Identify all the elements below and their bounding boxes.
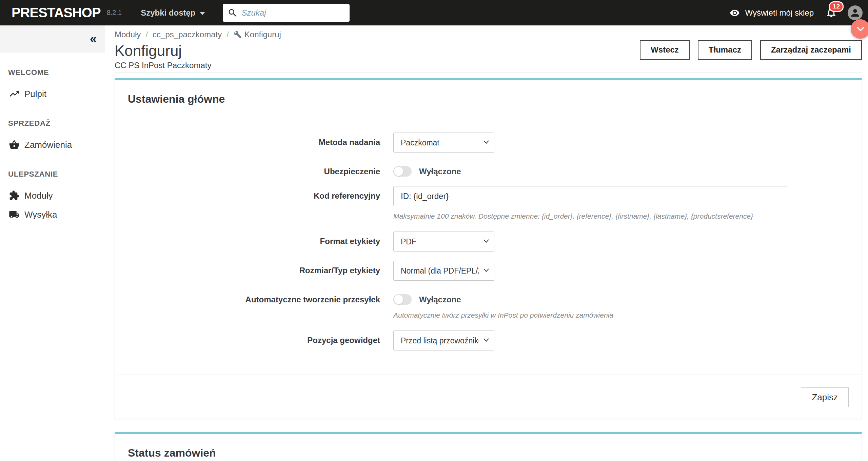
form-row-kod-referencyjny: Kod referencyjny Maksymalnie 100 znaków.…: [115, 186, 862, 221]
view-shop-link[interactable]: Wyświetl mój sklep: [728, 8, 814, 18]
section-title: ULEPSZANIE: [0, 170, 105, 179]
person-icon: [849, 7, 861, 19]
content-area: Moduły / cc_ps_paczkomaty / Konfiguruj K…: [105, 25, 868, 461]
breadcrumb-moduly[interactable]: Moduły: [115, 30, 141, 39]
ubezpieczenie-toggle[interactable]: [393, 166, 412, 177]
rozmiar-typ-select-wrap: Normal (dla PDF/EPL/ZPL): [393, 261, 494, 281]
field-label: Format etykiety: [115, 232, 393, 246]
form-row-ubezpieczenie: Ubezpieczenie Wyłączone: [115, 166, 862, 177]
prestashop-logo[interactable]: PRESTASHOP: [12, 5, 101, 20]
sidebar-item-label: Pulpit: [24, 89, 46, 99]
form-row-pozycja-geowidget: Pozycja geowidget Przed listą przewoźnik…: [115, 330, 862, 350]
format-etykiety-select-wrap: PDF: [393, 232, 494, 252]
sidebar-collapse-bar: «: [0, 25, 105, 53]
breadcrumb-separator: /: [145, 30, 148, 39]
section-title: WELCOME: [0, 68, 105, 77]
sidebar-section-sprzedaz: SPRZEDAŻ Zamówienia: [0, 119, 105, 154]
chevron-down-icon: [856, 26, 865, 32]
field-label: Rozmiar/Typ etykiety: [115, 261, 393, 276]
view-shop-label: Wyświetl mój sklep: [745, 8, 814, 18]
sidebar-item-label: Zamówienia: [24, 140, 72, 150]
format-etykiety-select[interactable]: PDF: [393, 232, 494, 252]
form-row-format-etykiety: Format etykiety PDF: [115, 232, 862, 252]
pozycja-geowidget-select[interactable]: Przed listą przewoźników: [393, 330, 494, 350]
breadcrumb-separator: /: [226, 30, 229, 39]
sidebar-item-moduly[interactable]: Moduły: [0, 186, 105, 205]
toggle-knob: [394, 166, 403, 176]
search-input[interactable]: [242, 8, 340, 18]
search-icon: [228, 8, 238, 18]
sidebar-section-ulepszanie: ULEPSZANIE Moduły Wysyłka: [0, 170, 105, 224]
wrench-icon: [234, 31, 242, 39]
announcements-fab[interactable]: [851, 19, 868, 39]
version-label: 8.2.1: [107, 9, 122, 17]
form-row-rozmiar-typ: Rozmiar/Typ etykiety Normal (dla PDF/EPL…: [115, 261, 862, 281]
avatar[interactable]: [848, 5, 863, 20]
eye-icon: [728, 8, 741, 18]
panel-title: Status zamówień: [128, 446, 862, 460]
sidebar-item-label: Moduły: [24, 191, 53, 201]
back-button[interactable]: Wstecz: [640, 40, 690, 60]
field-label: Kod referencyjny: [115, 186, 393, 201]
field-label: Metoda nadania: [115, 133, 393, 147]
kod-referencyjny-input[interactable]: [393, 186, 787, 206]
form-row-metoda-nadania: Metoda nadania Paczkomat: [115, 133, 862, 153]
field-help-text: Automatycznie twórz przesyłki w InPost p…: [393, 310, 613, 320]
page-subtitle: CC PS InPost Paczkomaty: [115, 61, 862, 73]
sidebar-item-pulpit[interactable]: Pulpit: [0, 84, 105, 103]
app-screen: PRESTASHOP 8.2.1 Szybki dostęp Wyświetl …: [0, 0, 868, 461]
sidebar-nav: WELCOME Pulpit SPRZEDAŻ Zamówieni: [0, 53, 105, 224]
breadcrumb: Moduły / cc_ps_paczkomaty / Konfiguruj: [115, 30, 862, 39]
breadcrumb-konfiguruj: Konfiguruj: [244, 30, 281, 39]
trending-up-icon: [9, 88, 20, 99]
sidebar-item-zamowienia[interactable]: Zamówienia: [0, 135, 105, 154]
page-toolbar: Wstecz Tłumacz Zarządzaj zaczepami: [640, 40, 862, 60]
settings-form: Metoda nadania Paczkomat Ubezpieczenie: [115, 133, 862, 375]
header-right-cluster: Wyświetl mój sklep 12: [728, 5, 863, 20]
quick-access-menu[interactable]: Szybki dostęp: [141, 8, 205, 18]
top-header: PRESTASHOP 8.2.1 Szybki dostęp Wyświetl …: [0, 0, 868, 25]
main-settings-panel: Ustawienia główne Metoda nadania Paczkom…: [115, 78, 862, 419]
toggle-state-label: Wyłączone: [419, 295, 461, 304]
sidebar-item-wysylka[interactable]: Wysyłka: [0, 205, 105, 224]
sidebar-section-welcome: WELCOME Pulpit: [0, 68, 105, 103]
form-row-auto-tworzenie: Automatyczne tworzenie przesyłek Wyłączo…: [115, 294, 862, 320]
metoda-nadania-select[interactable]: Paczkomat: [393, 133, 494, 153]
toggle-state-label: Wyłączone: [419, 167, 461, 176]
field-label: Ubezpieczenie: [115, 166, 393, 177]
field-label: Automatyczne tworzenie przesyłek: [115, 294, 393, 305]
shopping-basket-icon: [9, 139, 20, 150]
metoda-nadania-select-wrap: Paczkomat: [393, 133, 494, 153]
order-status-panel: Status zamówień: [115, 432, 862, 461]
notifications-button[interactable]: 12: [825, 6, 837, 20]
sidebar: « WELCOME Pulpit SPRZEDAŻ: [0, 25, 105, 461]
caret-down-icon: [200, 12, 205, 15]
truck-icon: [9, 209, 20, 220]
field-label: Pozycja geowidget: [115, 330, 393, 345]
breadcrumb-module-name[interactable]: cc_ps_paczkomaty: [153, 30, 222, 39]
collapse-sidebar-button[interactable]: «: [90, 33, 97, 45]
notification-badge: 12: [829, 1, 844, 12]
translate-button[interactable]: Tłumacz: [698, 40, 752, 60]
card-footer: Zapisz: [115, 375, 862, 419]
save-button[interactable]: Zapisz: [801, 387, 849, 407]
section-title: SPRZEDAŻ: [0, 119, 105, 128]
header-search[interactable]: [223, 4, 350, 22]
content-header: Moduły / cc_ps_paczkomaty / Konfiguruj K…: [115, 25, 862, 73]
manage-hooks-button[interactable]: Zarządzaj zaczepami: [760, 40, 862, 60]
auto-tworzenie-toggle[interactable]: [393, 294, 412, 305]
quick-access-label: Szybki dostęp: [141, 8, 195, 18]
puzzle-icon: [9, 190, 20, 201]
toggle-knob: [394, 295, 403, 304]
rozmiar-typ-select[interactable]: Normal (dla PDF/EPL/ZPL): [393, 261, 494, 281]
panel-title: Ustawienia główne: [128, 92, 862, 106]
pozycja-geowidget-select-wrap: Przed listą przewoźników: [393, 330, 494, 350]
sidebar-item-label: Wysyłka: [24, 209, 57, 220]
field-help-text: Maksymalnie 100 znaków. Dostępne zmienne…: [393, 212, 787, 221]
